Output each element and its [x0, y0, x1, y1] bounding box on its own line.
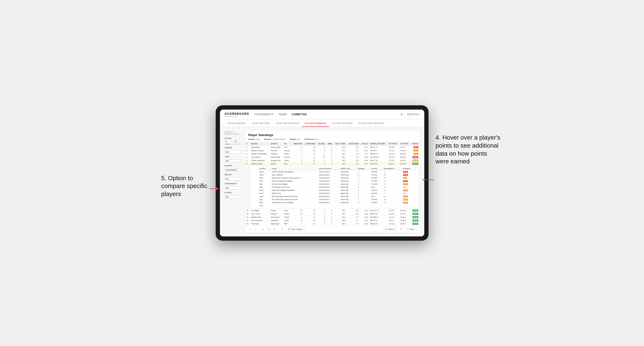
points-badge-green[interactable]: 68.18 — [412, 163, 418, 165]
tab-team-h2h-grid[interactable]: TEAM H2H GRID — [249, 122, 273, 127]
update-time: Update time: 27/01/2024 16:56:26 — [225, 131, 242, 135]
nav-committee[interactable]: COMMITTEE — [292, 113, 307, 116]
cell-points[interactable]: 80.09 — [410, 159, 419, 162]
nav-tournaments[interactable]: TOURNAMENTS — [254, 113, 274, 116]
cell-conf-rank: 18 — [304, 149, 316, 152]
filter-no-rds-max[interactable] — [234, 140, 240, 143]
points-badge[interactable]: 40.27 — [412, 213, 418, 215]
cell-player: Jackson Kolson — [250, 162, 270, 166]
filter-player-select[interactable]: (All) — [225, 195, 242, 198]
cell-yr: Fourth — [283, 216, 291, 219]
cell-points[interactable]: 38.49 — [410, 222, 419, 226]
w-points-badge[interactable]: 43.64 — [403, 171, 408, 173]
cell-points[interactable]: 40.27 — [410, 212, 419, 216]
cell-points[interactable]: 40.58 — [410, 209, 419, 212]
w-points-badge[interactable]: 56.18 — [403, 199, 408, 200]
dash-btn[interactable]: ⊟ — [272, 228, 276, 231]
points-badge[interactable]: 80.09 — [412, 160, 418, 162]
tab-team-h2h-heatmap[interactable]: TEAM H2H HEATMAP — [273, 122, 302, 127]
cell-vs25: 10-11-1 — [388, 216, 399, 219]
filter-no-rds-slider[interactable] — [225, 144, 242, 145]
sign-out-btn[interactable]: Sign out — [407, 113, 419, 116]
tcell-rounds — [357, 204, 370, 207]
filter-no-rds-min[interactable] — [225, 140, 231, 143]
points-badge[interactable]: 88.2 — [414, 146, 418, 148]
w-points-badge[interactable]: 73.33 — [403, 180, 408, 182]
w-points-badge[interactable]: 67.67 — [403, 183, 408, 185]
filter-chip-conference: Conference: All — [304, 138, 318, 140]
w-points-badge[interactable]: 25.38 — [403, 195, 408, 197]
download-btn[interactable]: ⬇ — [399, 228, 403, 231]
tcell-wpoints[interactable]: 56.18 — [402, 198, 416, 201]
tcell-wpoints[interactable]: 73.33 — [402, 179, 416, 182]
points-badge[interactable]: 40.02 — [412, 216, 418, 218]
w-points-badge[interactable]: 46.40 — [403, 202, 408, 204]
tcell-wpoints[interactable]: 43.64 — [402, 170, 416, 173]
view-original-btn[interactable]: 👁 View: Original — [286, 227, 305, 231]
filter-no-rds: No Rds. – — [225, 138, 242, 145]
points-badge[interactable]: 70.2 — [414, 153, 418, 155]
filter-division-select[interactable]: NCAA Division I — [225, 169, 242, 172]
tcell-rank: +0 — [383, 176, 402, 179]
cell-player: Christo Lamprecht — [250, 159, 270, 162]
points-badge[interactable]: 88.54 — [412, 156, 418, 158]
cell-avg-sg: 3.07 — [360, 146, 369, 149]
tcell-division: NCAA Division I — [318, 189, 340, 192]
w-points-badge[interactable]: 46.7 — [403, 177, 407, 179]
col-avg-sg: Avg SG — [360, 142, 369, 146]
points-badge[interactable]: 40.58 — [412, 209, 418, 212]
cell-vs50: 61-20-2 — [399, 159, 410, 162]
undo-btn[interactable]: ↩ — [248, 228, 252, 231]
cell-yr: First — [283, 162, 291, 166]
tcell-wpoints[interactable]: 67.67 — [402, 182, 416, 186]
cell-avg-sg: 2.34 — [360, 159, 369, 162]
filter-region-select[interactable]: N/A — [225, 177, 242, 180]
filter-conference-select[interactable]: (All) — [225, 186, 242, 189]
nav-teams[interactable]: TEAMS — [278, 113, 287, 116]
cell-player: Michael La Sasso — [250, 149, 270, 152]
share-btn[interactable]: ↗ Share — [405, 227, 416, 231]
time-btn[interactable]: 🕐 — [280, 228, 284, 231]
points-badge[interactable]: 38.49 — [412, 223, 418, 225]
tcell-wpoints[interactable]: 46.40 — [402, 201, 416, 204]
tcell-wpoints — [402, 204, 416, 207]
cell-points[interactable]: 76.3 — [410, 149, 419, 152]
filter-year-select[interactable]: (All) — [225, 160, 242, 163]
tcell-wpoints[interactable]: 43.50 — [402, 189, 416, 192]
redo-btn[interactable]: ↪ — [254, 228, 257, 231]
cell-points[interactable]: 70.2 — [410, 152, 419, 156]
tab-player-h2h-grid[interactable]: PLAYER H2H GRID — [329, 122, 356, 127]
points-badge[interactable]: 76.3 — [414, 150, 418, 152]
cell-wins: 0 — [326, 222, 333, 226]
points-badge[interactable]: 39.95 — [412, 219, 418, 221]
settings-icon[interactable]: ⚙ — [401, 113, 403, 116]
copy-btn[interactable]: ⎘ — [261, 228, 264, 231]
cell-points[interactable]: 68.18 — [410, 162, 419, 166]
tab-player-summary[interactable]: PLAYER SUMMARY — [302, 122, 329, 127]
filter-gender-select[interactable]: Men — [225, 151, 242, 154]
cell-reg-rank: - — [292, 156, 304, 159]
watch-btn[interactable]: 👁 Watch ▾ — [383, 227, 397, 231]
tcell-status: PLAYED — [370, 170, 383, 173]
cell-vs25: 6-30-2 — [388, 219, 399, 222]
w-points-badge[interactable]: 43.50 — [403, 189, 408, 191]
cell-points[interactable]: 40.02 — [410, 216, 419, 219]
tcell-wpoints[interactable]: 25.38 — [402, 195, 416, 198]
w-points-badge[interactable]: 53.60 — [403, 174, 408, 176]
table-header-area: Player Standings Gender: Men Division: N… — [246, 131, 420, 142]
cell-vs25: 27-10-2 — [388, 159, 399, 162]
tab-team-summary[interactable]: TEAM SUMMARY — [225, 122, 249, 127]
cell-avg-sg: 1.98 — [360, 156, 369, 159]
tcell-wpoints[interactable]: 53.60 — [402, 173, 416, 176]
cell-points[interactable]: 88.2 — [410, 146, 419, 149]
cell-avg-sg: 1.68 — [360, 212, 369, 216]
paste-btn[interactable]: 📋 — [266, 228, 270, 231]
table-row: 5 Christo Lamprecht Georgia Tech Fourth … — [246, 159, 420, 162]
tcell-wpoints[interactable]: 46.7 — [402, 176, 416, 179]
cell-vs50: 35-16-4 — [399, 149, 410, 152]
cell-avg-par: -1.2 — [346, 219, 360, 222]
tab-player-h2h-heatmap[interactable]: PLAYER H2H HEATMAP — [356, 122, 388, 127]
cell-school: Florida State — [270, 156, 283, 159]
cell-points[interactable]: 88.54 — [410, 156, 419, 159]
cell-points[interactable]: 39.95 — [410, 219, 419, 222]
